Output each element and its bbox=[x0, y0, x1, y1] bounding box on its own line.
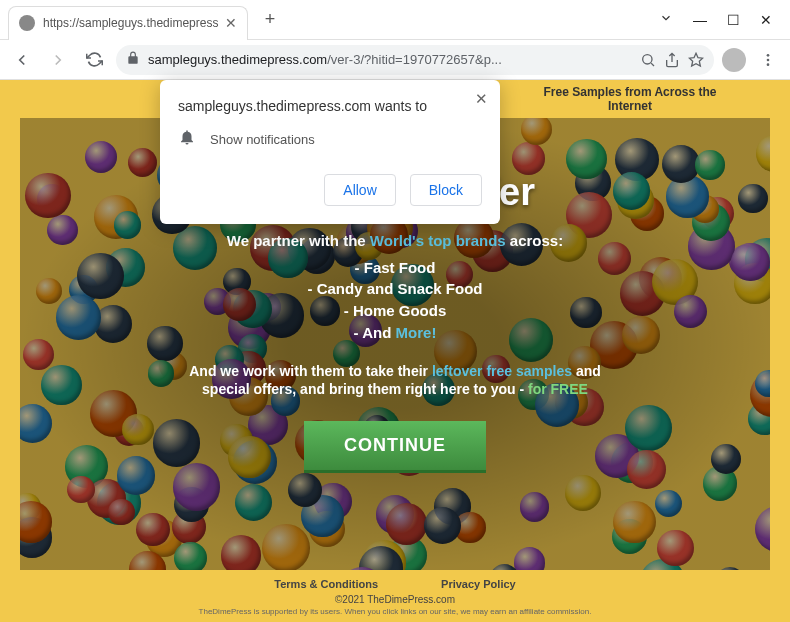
banner-text: Free Samples from Across the Internet bbox=[530, 85, 730, 113]
close-window-button[interactable]: ✕ bbox=[760, 12, 772, 28]
list-item: - And More! bbox=[155, 322, 635, 344]
bell-icon bbox=[178, 128, 196, 150]
profile-avatar[interactable] bbox=[722, 48, 746, 72]
allow-button[interactable]: Allow bbox=[324, 174, 395, 206]
list-item: - Candy and Snack Food bbox=[155, 278, 635, 300]
window-titlebar: https://sampleguys.thedimepress... ✕ + —… bbox=[0, 0, 790, 40]
zoom-icon[interactable] bbox=[640, 52, 656, 68]
menu-icon[interactable] bbox=[754, 46, 782, 74]
star-icon[interactable] bbox=[688, 52, 704, 68]
tab-search-icon[interactable] bbox=[659, 11, 673, 29]
svg-point-3 bbox=[767, 58, 770, 61]
url-text: sampleguys.thedimepress.com/ver-3/?hitid… bbox=[148, 52, 632, 67]
list-item: - Home Goods bbox=[155, 300, 635, 322]
browser-toolbar: sampleguys.thedimepress.com/ver-3/?hitid… bbox=[0, 40, 790, 80]
tab-favicon bbox=[19, 15, 35, 31]
minimize-button[interactable]: — bbox=[693, 12, 707, 28]
reload-button[interactable] bbox=[80, 46, 108, 74]
continue-button[interactable]: CONTINUE bbox=[304, 421, 486, 470]
maximize-button[interactable]: ☐ bbox=[727, 12, 740, 28]
block-button[interactable]: Block bbox=[410, 174, 482, 206]
back-button[interactable] bbox=[8, 46, 36, 74]
privacy-link[interactable]: Privacy Policy bbox=[441, 578, 516, 590]
svg-point-0 bbox=[643, 54, 652, 63]
lock-icon bbox=[126, 51, 140, 69]
tab-title: https://sampleguys.thedimepress... bbox=[43, 16, 219, 30]
address-bar[interactable]: sampleguys.thedimepress.com/ver-3/?hitid… bbox=[116, 45, 714, 75]
category-list: - Fast Food - Candy and Snack Food - Hom… bbox=[155, 257, 635, 344]
page-footer: Terms & Conditions Privacy Policy ©2021 … bbox=[0, 570, 790, 622]
svg-marker-1 bbox=[689, 53, 702, 66]
notification-permission-popup: ✕ sampleguys.thedimepress.com wants to S… bbox=[160, 80, 500, 224]
browser-tab[interactable]: https://sampleguys.thedimepress... ✕ bbox=[8, 6, 248, 40]
new-tab-button[interactable]: + bbox=[256, 6, 284, 34]
tab-close-icon[interactable]: ✕ bbox=[225, 15, 237, 31]
list-item: - Fast Food bbox=[155, 257, 635, 279]
work-text: And we work with them to take their left… bbox=[155, 362, 635, 400]
forward-button[interactable] bbox=[44, 46, 72, 74]
partner-text: We partner with the World's top brands a… bbox=[155, 232, 635, 249]
svg-point-4 bbox=[767, 63, 770, 66]
popup-text: Show notifications bbox=[210, 132, 315, 147]
share-icon[interactable] bbox=[664, 52, 680, 68]
popup-title: sampleguys.thedimepress.com wants to bbox=[178, 98, 482, 114]
copyright-text: ©2021 TheDimePress.com bbox=[0, 594, 790, 605]
svg-point-2 bbox=[767, 54, 770, 57]
terms-link[interactable]: Terms & Conditions bbox=[274, 578, 378, 590]
popup-close-icon[interactable]: ✕ bbox=[475, 90, 488, 108]
disclaimer-text: TheDimePress is supported by its users. … bbox=[0, 607, 790, 616]
